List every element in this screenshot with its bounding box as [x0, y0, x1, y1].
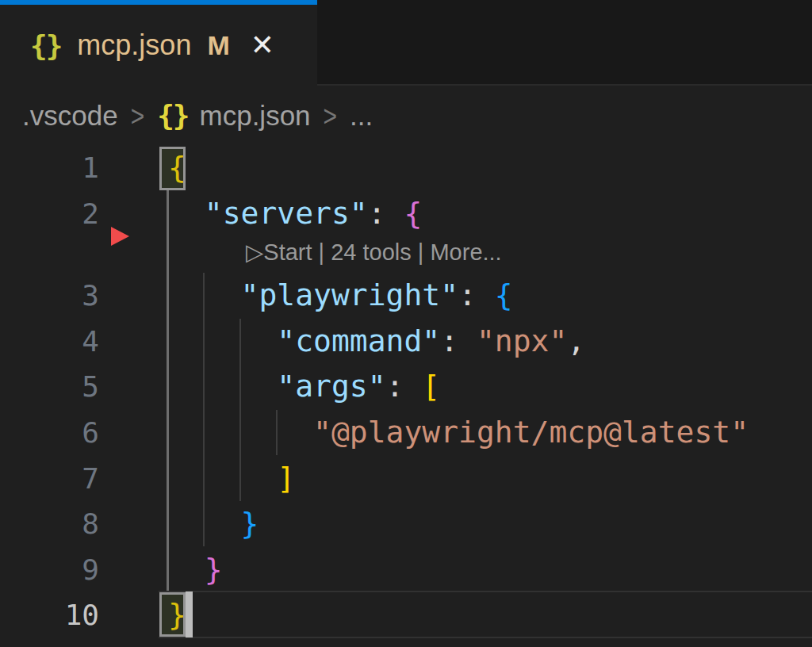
line-number[interactable]: 8 — [0, 501, 99, 547]
codelens-text: ▷Start | 24 tools | More... — [0, 236, 502, 273]
code-line-1[interactable]: 1{ — [0, 145, 812, 191]
code-text: "@playwright/mcp@latest" — [99, 410, 749, 456]
codelens-link[interactable]: More... — [430, 239, 501, 265]
code-lines: 1{2 "servers": {▷Start | 24 tools | More… — [0, 145, 812, 638]
token-str: "@playwright/mcp@latest" — [313, 415, 749, 450]
codelens-link[interactable]: 24 tools — [331, 239, 412, 265]
breadcrumb: .vscode > {} mcp.json > ... — [0, 86, 812, 145]
token-b1: { — [168, 150, 186, 185]
codelens-link[interactable]: ▷Start — [246, 239, 312, 265]
token-ws — [168, 506, 241, 541]
token-b3: } — [241, 506, 259, 541]
line-number[interactable]: 2 — [0, 191, 99, 237]
code-text: } — [99, 501, 259, 547]
code-text: ] — [99, 456, 295, 502]
token-b2: { — [404, 196, 422, 231]
token-punct: : — [458, 278, 477, 312]
token-ws — [404, 369, 422, 404]
token-ws — [458, 324, 477, 358]
code-line-7[interactable]: 7 ] — [0, 456, 812, 502]
code-line-9[interactable]: 9 } — [0, 547, 812, 593]
code-line-6[interactable]: 6 "@playwright/mcp@latest" — [0, 410, 812, 456]
line-number[interactable]: 9 — [0, 547, 99, 593]
line-number[interactable]: 1 — [0, 145, 99, 191]
red-triangle-marker[interactable] — [111, 227, 129, 246]
chevron-right-icon: > — [324, 98, 338, 132]
token-b2: } — [205, 552, 223, 587]
tab-bar: {} mcp.json M ✕ — [0, 0, 812, 86]
modified-badge: M — [207, 30, 229, 61]
breadcrumb-file[interactable]: mcp.json — [200, 100, 311, 132]
json-braces-icon: {} — [30, 29, 61, 62]
breadcrumb-folder[interactable]: .vscode — [22, 100, 118, 132]
json-braces-icon: {} — [157, 99, 188, 132]
chevron-right-icon: > — [131, 98, 145, 132]
line-number[interactable]: 3 — [0, 273, 99, 319]
code-line-8[interactable]: 8 } — [0, 501, 812, 547]
token-punct: , — [567, 324, 585, 358]
token-ws — [168, 324, 277, 358]
line-number[interactable]: 5 — [0, 364, 99, 410]
token-punct: : — [386, 369, 404, 404]
breadcrumb-symbol-ellipsis[interactable]: ... — [350, 100, 373, 132]
token-b3: { — [495, 278, 513, 312]
token-key: "playwright" — [241, 278, 459, 312]
code-text: "playwright": { — [99, 273, 513, 319]
code-line-3[interactable]: 3 "playwright": { — [0, 273, 812, 319]
token-ws — [168, 552, 205, 587]
code-text: "command": "npx", — [99, 319, 585, 365]
code-text: "servers": { — [99, 191, 422, 237]
token-ws — [386, 196, 404, 231]
close-icon[interactable]: ✕ — [251, 29, 274, 62]
token-key: "servers" — [205, 196, 368, 231]
code-line-10[interactable]: 10} — [0, 592, 812, 638]
code-text: } — [99, 592, 186, 638]
tab-title: mcp.json — [77, 29, 191, 62]
line-number[interactable]: 10 — [0, 592, 99, 638]
tab-mcp-json[interactable]: {} mcp.json M ✕ — [0, 0, 317, 86]
token-ws — [168, 369, 277, 404]
token-b1: [ — [422, 369, 440, 404]
code-line-5[interactable]: 5 "args": [ — [0, 364, 812, 410]
token-b1: } — [168, 597, 186, 632]
code-text: "args": [ — [99, 364, 440, 410]
token-ws — [168, 278, 241, 312]
token-punct: : — [368, 196, 386, 231]
code-text: { — [99, 145, 186, 191]
token-ws — [168, 196, 205, 231]
token-key: "command" — [277, 324, 440, 358]
editor: 1{2 "servers": {▷Start | 24 tools | More… — [0, 145, 812, 647]
token-key: "args" — [277, 369, 385, 404]
code-text: } — [99, 547, 223, 593]
codelens-separator: | — [312, 239, 331, 265]
code-line-4[interactable]: 4 "command": "npx", — [0, 319, 812, 365]
line-number[interactable]: 7 — [0, 456, 99, 502]
token-punct: : — [440, 324, 458, 358]
token-ws — [168, 415, 313, 450]
token-ws — [168, 461, 277, 496]
line-number[interactable]: 4 — [0, 319, 99, 365]
line-number[interactable]: 6 — [0, 410, 99, 456]
token-str: "npx" — [477, 324, 567, 358]
token-b1: ] — [277, 461, 295, 496]
codelens-separator: | — [412, 239, 431, 265]
token-ws — [477, 278, 495, 312]
